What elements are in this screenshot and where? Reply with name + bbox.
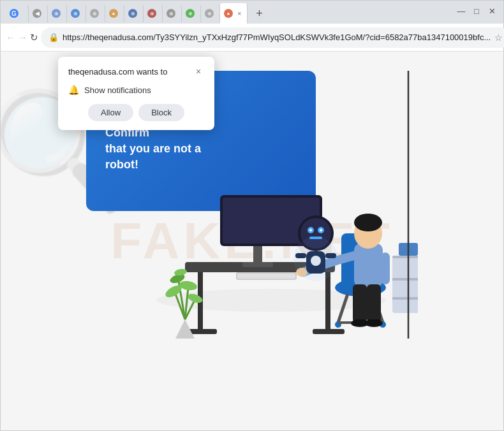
tab-6-favicon: ● — [109, 9, 118, 18]
webpage: 🔍 FAKE.NET theqenadusa.com wants to × 🔔 … — [1, 52, 503, 430]
svg-rect-26 — [367, 284, 381, 323]
tab-2-favicon: ◀ — [33, 9, 41, 18]
svg-rect-20 — [354, 243, 383, 288]
popup-header: theqenadusa.com wants to × — [68, 66, 204, 77]
tab-11[interactable]: ⊕ — [201, 4, 220, 22]
tab-9[interactable]: ⊕ — [163, 4, 182, 22]
popup-title: theqenadusa.com wants to — [68, 67, 167, 77]
tab-4[interactable]: ⊕ — [67, 4, 86, 22]
maximize-button[interactable]: □ — [470, 4, 483, 17]
svg-rect-56 — [392, 278, 418, 281]
new-tab-button[interactable]: + — [250, 4, 268, 22]
minimize-button[interactable]: — — [455, 4, 468, 17]
svg-point-42 — [293, 237, 338, 281]
svg-point-50 — [179, 280, 198, 292]
tab-2[interactable]: ◀ — [29, 4, 48, 22]
svg-rect-11 — [237, 274, 295, 279]
svg-rect-24 — [381, 252, 390, 284]
notification-label: Show notifications — [84, 85, 151, 95]
forward-button[interactable]: → — [18, 29, 27, 47]
tab-8[interactable]: ⊕ — [144, 4, 163, 22]
url-text: https://theqenadusa.com/Ty3SYYilzn_yTXxH… — [63, 33, 491, 42]
svg-rect-29 — [353, 319, 367, 326]
tab-bar: G ◀ ⊕ ⊕ ⊕ ● ⊕ ⊕ — [1, 1, 503, 24]
svg-rect-4 — [313, 329, 345, 334]
close-button[interactable]: ✕ — [485, 4, 498, 17]
tab-8-favicon: ⊕ — [147, 9, 156, 18]
svg-rect-30 — [367, 319, 381, 326]
tab-10-favicon: ⊕ — [186, 9, 195, 18]
tab-4-favicon: ⊕ — [71, 9, 80, 18]
notification-popup: theqenadusa.com wants to × 🔔 Show notifi… — [58, 57, 214, 130]
tab-7[interactable]: ⊕ — [124, 4, 144, 22]
tab-6[interactable]: ● — [105, 4, 124, 22]
popup-close-button[interactable]: × — [193, 66, 204, 77]
tab-9-favicon: ⊕ — [167, 9, 175, 18]
tab-11-favicon: ⊕ — [205, 9, 214, 18]
block-button[interactable]: Block — [138, 104, 184, 121]
svg-point-35 — [309, 229, 312, 231]
svg-point-22 — [354, 214, 382, 231]
security-icon: 🔒 — [48, 33, 59, 42]
svg-rect-57 — [392, 297, 418, 300]
svg-rect-25 — [353, 284, 367, 323]
window-controls: — □ ✕ — [455, 4, 498, 20]
svg-point-36 — [320, 229, 322, 231]
bookmark-icon[interactable]: ☆ — [494, 33, 503, 43]
tab-1-favicon: G — [10, 9, 19, 18]
svg-rect-6 — [253, 243, 262, 265]
refresh-button[interactable]: ↻ — [30, 29, 38, 47]
popup-notification-row: 🔔 Show notifications — [68, 85, 204, 95]
svg-rect-55 — [392, 256, 418, 258]
bell-icon: 🔔 — [68, 85, 79, 95]
back-button[interactable]: ← — [6, 29, 15, 47]
toolbar: ← → ↻ 🔒 https://theqenadusa.com/Ty3SYYil… — [1, 24, 503, 52]
address-bar[interactable]: 🔒 https://theqenadusa.com/Ty3SYYilzn_yTX… — [41, 27, 504, 48]
browser-window: G ◀ ⊕ ⊕ ⊕ ● ⊕ ⊕ — [0, 0, 504, 431]
tab-5-favicon: ⊕ — [90, 9, 99, 18]
tab-active[interactable]: ● × — [220, 3, 248, 24]
tab-group: G ◀ ⊕ ⊕ ⊕ ● ⊕ ⊕ — [6, 3, 455, 24]
svg-rect-7 — [242, 262, 273, 267]
tab-10[interactable]: ⊕ — [182, 4, 201, 22]
tab-active-favicon: ● — [224, 9, 233, 18]
tab-5[interactable]: ⊕ — [86, 4, 105, 22]
allow-button[interactable]: Allow — [88, 104, 133, 121]
tab-3-favicon: ⊕ — [52, 9, 61, 18]
svg-rect-54 — [392, 256, 418, 313]
tab-active-close[interactable]: × — [235, 9, 243, 18]
tab-7-favicon: ⊕ — [128, 9, 137, 18]
tab-3[interactable]: ⊕ — [48, 4, 67, 22]
popup-buttons: Allow Block — [68, 104, 204, 121]
tab-1[interactable]: G — [6, 4, 29, 22]
